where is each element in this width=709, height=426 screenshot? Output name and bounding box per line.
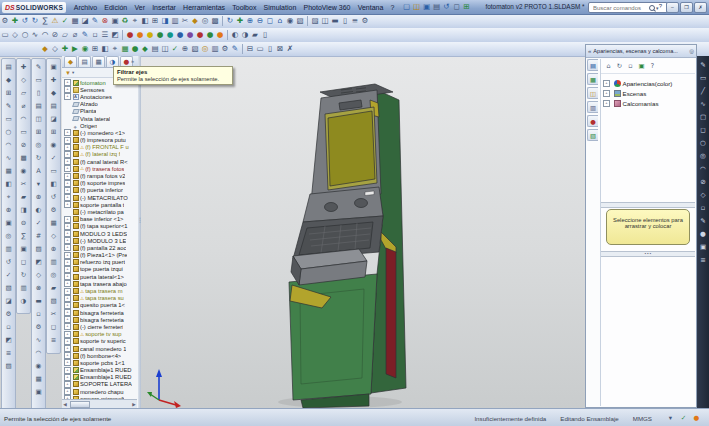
tree-item[interactable]: + ⚠ Ensamblaje1 RUED [62, 367, 138, 374]
toolbar-icon[interactable]: ⌂ [275, 15, 285, 27]
toolbar-icon[interactable]: ✚ [51, 74, 57, 87]
toolbar-icon[interactable]: ◎ [6, 230, 12, 243]
toolbar-icon[interactable]: ∑ [21, 230, 25, 243]
scroll-right-icon[interactable]: ▶ [131, 402, 137, 407]
toolbar-icon[interactable]: ◧ [5, 178, 11, 191]
toolbar-icon[interactable]: ✚ [235, 15, 245, 27]
toolbar-icon[interactable]: ◑ [21, 295, 27, 308]
toolbar-icon[interactable]: ⊕ [6, 204, 12, 217]
toolbar-icon[interactable]: ○ [6, 126, 12, 139]
toolbar-icon[interactable]: ▬ [330, 15, 340, 27]
toolbar-icon[interactable]: ⊞ [150, 15, 160, 27]
menu-item[interactable]: Simulation [260, 1, 300, 14]
toolbar-icon[interactable]: ▫ [6, 321, 10, 334]
tree-item[interactable]: + ⚠ quesito puerta 1< [62, 302, 138, 309]
tree-item[interactable]: + ⚠ tapa trasera abajo [62, 280, 138, 287]
expand-toggle-icon[interactable]: + [64, 194, 71, 201]
toolbar-icon[interactable]: ▫ [701, 202, 705, 215]
toolbar-icon[interactable]: ▯ [37, 87, 41, 100]
3d-model-fotomaton[interactable] [135, 56, 582, 408]
expand-toggle-icon[interactable]: + [64, 216, 71, 223]
toolbar-icon[interactable]: ⊗ [36, 282, 42, 295]
tree-item[interactable]: + ⚠ (f) puerta inferior [62, 187, 138, 194]
expand-toggle-icon[interactable]: + [64, 331, 71, 338]
apply-icon[interactable]: ▣ [637, 61, 646, 71]
toolbar-icon[interactable]: ∿ [700, 98, 706, 111]
toolbar-icon[interactable]: ◪ [5, 295, 11, 308]
toolbar-icon[interactable]: ⌖ [130, 15, 140, 27]
toolbar-icon[interactable]: ◇ [700, 189, 705, 202]
expand-toggle-icon[interactable]: + [603, 80, 610, 87]
tree-item[interactable]: + ⚠ soporte tv sup [62, 331, 138, 338]
toolbar-icon[interactable]: ⊞ [90, 43, 100, 55]
toolbar-icon[interactable]: ⊞ [51, 126, 57, 139]
toolbar-icon[interactable]: ⊗ [100, 15, 110, 27]
menu-item[interactable]: PhotoView 360 [300, 1, 354, 14]
toolbar-icon[interactable]: ◆ [6, 74, 11, 87]
toolbar-icon[interactable]: ● [165, 29, 175, 41]
tree-item[interactable]: + ⚠ Alzado [62, 101, 138, 108]
expand-toggle-icon[interactable]: + [64, 129, 71, 136]
tree-item[interactable]: + ⚠ (f) tapa superior<1 [62, 223, 138, 230]
expand-toggle-icon[interactable]: + [64, 323, 71, 330]
toolbar-icon[interactable]: ⊟ [245, 43, 255, 55]
menu-item[interactable]: Toolbox [229, 1, 260, 14]
toolbar-icon[interactable]: ◐ [230, 29, 240, 41]
toolbar-icon[interactable]: ⊖ [255, 15, 265, 27]
toolbar-icon[interactable]: ∑ [40, 15, 50, 27]
toolbar-icon[interactable]: ▦ [5, 165, 11, 178]
toolbar-icon[interactable]: ↻ [30, 15, 40, 27]
expand-toggle-icon[interactable]: + [64, 158, 71, 165]
tree-item[interactable]: + ⚠ (f) canal lateral R< [62, 158, 138, 165]
tab-design-library[interactable]: ▦ [587, 73, 598, 85]
tree-item[interactable]: + ⚠ MODULO 3 LEDS [62, 230, 138, 237]
toolbar-icon[interactable]: ↻ [21, 269, 27, 282]
panel-splitter[interactable] [138, 56, 141, 408]
toolbar-icon[interactable]: ▥ [20, 282, 26, 295]
toolbar-icon[interactable]: ◧ [50, 178, 56, 191]
toolbar-icon[interactable]: ◇ [51, 230, 56, 243]
toolbar-icon[interactable]: ↺ [20, 15, 30, 27]
toolbar-icon[interactable]: ⊘ [50, 29, 60, 41]
toolbar-icon[interactable]: ◫ [35, 113, 41, 126]
toolbar-icon[interactable]: ▣ [50, 61, 56, 74]
toolbar-icon[interactable]: ▰ [51, 282, 56, 295]
toolbar-icon[interactable]: ◇ [50, 43, 60, 55]
expand-toggle-icon[interactable]: + [64, 309, 71, 316]
toolbar-icon[interactable]: ▭ [35, 74, 41, 87]
search-icon[interactable] [649, 5, 655, 11]
tree-item[interactable]: + ⚠ Vista lateral [62, 115, 138, 122]
tree-item[interactable]: + ⚠ (-) cierre ferreteri [62, 323, 138, 330]
toolbar-icon[interactable] [307, 16, 308, 26]
tab-configurationmanager[interactable]: ▦ [92, 56, 105, 67]
toolbar-icon[interactable]: ✎ [90, 15, 100, 27]
tab-propertymanager[interactable]: ▤ [78, 56, 91, 67]
tree-item[interactable]: + ⚠ refuerzo izq puert [62, 259, 138, 266]
quick-tip-icon[interactable]: ● [692, 413, 701, 424]
toolbar-icon[interactable]: ✚ [10, 15, 20, 27]
tree-item[interactable]: + ⚠ tope puerta izqui [62, 266, 138, 273]
minimize-button[interactable]: – [666, 2, 679, 13]
toolbar-icon[interactable]: ⌀ [22, 100, 26, 113]
expand-toggle-icon[interactable]: + [64, 381, 71, 388]
expand-toggle-icon[interactable]: + [64, 352, 71, 359]
toolbar-icon[interactable]: ◨ [20, 204, 26, 217]
toolbar-icon[interactable]: ✓ [36, 217, 42, 230]
toolbar-icon[interactable]: ◩ [5, 334, 11, 347]
toolbar-icon[interactable]: ⊞ [36, 126, 42, 139]
toolbar-icon[interactable]: ▣ [700, 241, 706, 254]
tree-item[interactable]: + ⚠ Origen [62, 122, 138, 129]
tree-item[interactable]: + ⚠ Planta [62, 108, 138, 115]
expand-toggle-icon[interactable]: + [64, 252, 71, 259]
toolbar-icon[interactable]: ▤ [5, 61, 11, 74]
toolbar-icon[interactable]: ◠ [21, 113, 27, 126]
toolbar-icon[interactable]: ≡ [350, 15, 360, 27]
toolbar-icon[interactable]: ⊖ [21, 217, 27, 230]
toolbar-icon[interactable]: ◇ [36, 269, 41, 282]
toolbar-icon[interactable]: ◉ [51, 139, 57, 152]
expand-toggle-icon[interactable]: + [64, 388, 71, 395]
toolbar-icon[interactable]: ⚙ [220, 43, 230, 55]
expand-toggle-icon[interactable]: + [64, 273, 71, 280]
toolbar-icon[interactable]: ✂ [180, 15, 190, 27]
toolbar-icon[interactable]: ▦ [120, 43, 130, 55]
